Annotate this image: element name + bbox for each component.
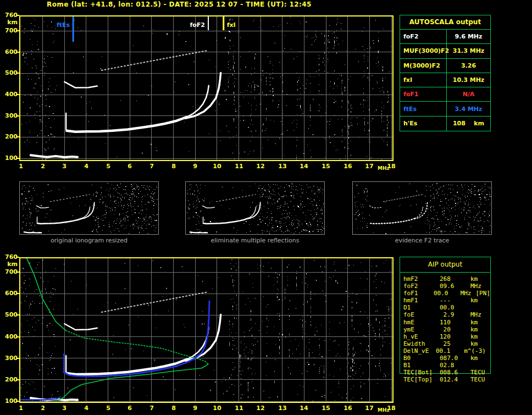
y-axis-unit-label: km xyxy=(1,261,18,268)
x-axis-tick-label: 15 xyxy=(320,405,332,412)
x-axis-tick-label: 13 xyxy=(276,405,289,412)
ftEs-marker: ftEs xyxy=(57,16,73,42)
aip-param-cell: foF2 xyxy=(403,283,440,290)
autoscala-ionogram-screen: Rome (lat: +41.8, lon: 012.5) - DATE: 20… xyxy=(0,0,532,415)
preview-panel xyxy=(352,181,492,235)
ionogram-top-plot: ftEsfoF2fxI xyxy=(19,15,394,161)
aip-row: hmE110km xyxy=(403,319,490,326)
aip-row: DelN_vE00.1m^(-3) xyxy=(403,347,490,355)
aip-value-cell: 02.8 xyxy=(440,362,464,369)
x-axis-tick-label: 14 xyxy=(298,405,310,412)
aip-value-cell: 2.9 xyxy=(440,311,464,318)
aip-param-cell: h_vE xyxy=(403,333,440,340)
x-axis-tick-label: 6 xyxy=(124,405,136,412)
y-axis-tick-label: 400 xyxy=(1,91,18,98)
aip-unit-cell: TECU xyxy=(470,369,485,376)
autoscala-output-table: AUTOSCALA output foF29.6 MHzMUF(3000)F23… xyxy=(400,15,491,131)
aip-param-cell: D1 xyxy=(403,304,440,311)
y-axis-tick-label: 100 xyxy=(1,398,18,405)
x-axis-tick-label: 12 xyxy=(254,163,267,170)
aip-extra-cell: [PN] xyxy=(476,290,491,297)
table-row: M(3000)F23.26 xyxy=(400,59,490,73)
table-row: foF29.6 MHz xyxy=(400,30,490,44)
x-axis-tick-label: 11 xyxy=(233,405,245,412)
aip-row: Ewidth 25km xyxy=(403,340,490,347)
aip-param-cell: TEC[Bot] xyxy=(403,369,440,376)
axis-tick-mark xyxy=(16,314,19,316)
x-axis-tick-label: 5 xyxy=(102,163,114,170)
y-axis-tick-label: 760 xyxy=(1,254,18,261)
aip-unit-cell: m^(-3) xyxy=(464,347,486,355)
table-row: ftEs3.4 MHz xyxy=(400,102,490,116)
aip-unit-cell: MHz xyxy=(470,311,481,318)
param-cell: M(3000)F2 xyxy=(400,59,447,73)
aip-value-cell: 087.0 xyxy=(440,355,464,362)
axis-tick-mark xyxy=(16,15,19,16)
value-cell: 3.4 MHz xyxy=(447,106,490,113)
panel-caption: evidence F2 trace xyxy=(352,237,492,244)
y-axis-tick-label: 100 xyxy=(1,155,18,162)
table-row: fxI10.3 MHz xyxy=(400,73,490,87)
x-axis-tick-label: 15 xyxy=(320,163,332,170)
axis-tick-mark xyxy=(16,257,19,258)
autoscala-table-body: foF29.6 MHzMUF(3000)F231.3 MHzM(3000)F23… xyxy=(400,30,490,131)
axis-tick-mark xyxy=(16,30,19,31)
aip-param-cell: B0 xyxy=(403,355,440,362)
ionogram-bottom-plot xyxy=(19,257,394,403)
aip-param-cell: TEC[Top] xyxy=(403,376,440,383)
y-axis-tick-label: 200 xyxy=(1,134,18,140)
axis-tick-mark xyxy=(16,293,19,294)
x-axis-tick-label: 12 xyxy=(254,405,267,412)
axis-tick-mark xyxy=(16,115,19,117)
aip-value-cell: 20 xyxy=(440,326,464,333)
aip-value-cell: 268 xyxy=(440,275,464,283)
aip-param-cell: hmF2 xyxy=(403,275,440,283)
fxI-marker: fxI xyxy=(224,16,236,30)
x-axis-tick-label: 4 xyxy=(80,163,92,170)
page-title: Rome (lat: +41.8, lon: 012.5) - DATE: 20… xyxy=(47,1,312,8)
panel-caption: eliminate multiple reflections xyxy=(185,237,325,244)
aip-value-cell: 00.0 xyxy=(434,290,454,297)
value-cell: 3.26 xyxy=(447,62,490,69)
x-axis-tick-label: 9 xyxy=(189,163,201,170)
value-cell: N/A xyxy=(447,91,490,98)
aip-row: TEC[Bot]008.6TECU xyxy=(403,369,490,376)
aip-value-cell: 012.4 xyxy=(440,376,464,383)
axis-tick-mark xyxy=(16,73,19,74)
table-row: foF1N/A xyxy=(400,87,490,102)
x-axis-tick-label: 3 xyxy=(58,405,70,412)
preview-panel-svg xyxy=(20,182,158,234)
aip-unit-cell: km xyxy=(470,297,478,304)
x-axis-tick-label: 11 xyxy=(233,163,245,170)
x-axis-tick-label: 9 xyxy=(189,405,201,412)
axis-tick-mark xyxy=(16,158,19,159)
x-axis-tick-label: 10 xyxy=(211,163,223,170)
axis-tick-mark xyxy=(16,136,19,137)
x-axis-tick-label: 6 xyxy=(124,163,136,170)
aip-unit-cell: MHz xyxy=(470,283,481,290)
axis-tick-mark xyxy=(16,52,19,53)
x-axis-tick-label: 8 xyxy=(168,163,180,170)
x-axis-tick-label: 17 xyxy=(363,163,375,170)
table-row: MUF(3000)F231.3 MHz xyxy=(400,44,490,58)
aip-unit-cell: km xyxy=(470,355,478,362)
y-axis-tick-label: 300 xyxy=(1,355,18,362)
panel-traces xyxy=(24,195,95,233)
y-axis-tick-label: 500 xyxy=(1,312,18,318)
param-cell: h'Es xyxy=(400,117,447,131)
x-axis-tick-label: 8 xyxy=(168,405,180,412)
aip-value-cell: 120 xyxy=(440,333,464,340)
y-axis-tick-label: 700 xyxy=(1,269,18,275)
x-axis-tick-label: 14 xyxy=(298,163,310,170)
aip-value-cell: 25 xyxy=(440,340,464,347)
aip-unit-cell: km xyxy=(470,319,478,326)
x-axis-tick-label: 17 xyxy=(363,405,375,412)
aip-param-cell: hmE xyxy=(403,319,440,326)
aip-unit-cell: km xyxy=(470,340,478,347)
aip-unit-cell: km xyxy=(470,333,478,340)
y-axis-tick-label: 600 xyxy=(1,49,18,56)
aip-value-cell: 09.6 xyxy=(440,283,464,290)
axis-tick-mark xyxy=(16,358,19,359)
aip-row: TEC[Top]012.4TECU xyxy=(403,376,490,383)
aip-row: hmF2268km xyxy=(403,275,490,283)
